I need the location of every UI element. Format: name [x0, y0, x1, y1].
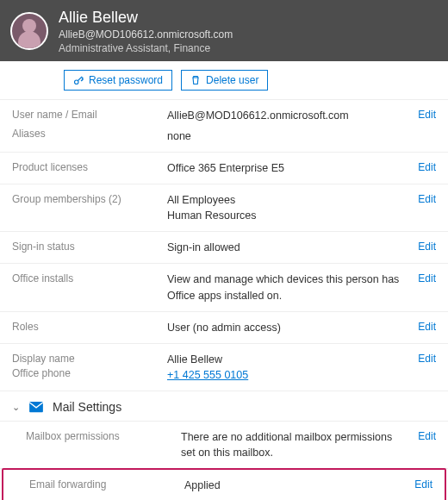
group-2: Human Resources — [167, 208, 400, 223]
svg-rect-1 — [29, 402, 43, 412]
username-email-label: User name / Email — [12, 108, 160, 122]
edit-groups[interactable]: Edit — [418, 193, 436, 205]
trash-icon — [190, 75, 201, 85]
office-phone-label: Office phone — [12, 366, 160, 381]
aliases-value: none — [167, 128, 400, 144]
header-text: Allie Bellew AllieB@MOD106612.onmicrosof… — [59, 7, 233, 56]
roles-label: Roles — [12, 320, 160, 334]
user-name: Allie Bellew — [59, 7, 233, 28]
mail-settings-title: Mail Settings — [53, 400, 121, 414]
edit-signin[interactable]: Edit — [418, 241, 436, 253]
signin-label: Sign-in status — [12, 240, 160, 254]
user-role: Administrative Assistant, Finance — [59, 41, 233, 55]
value-username: AllieB@MOD106612.onmicrosoft.com none — [167, 108, 400, 144]
mail-settings-header[interactable]: ⌄ Mail Settings — [0, 391, 448, 422]
perm-value: There are no additional mailbox permissi… — [181, 429, 400, 460]
user-email: AllieB@MOD106612.onmicrosoft.com — [59, 28, 233, 41]
avatar — [10, 12, 48, 50]
row-licenses: Product licenses Office 365 Enterprise E… — [0, 153, 448, 184]
reset-password-button[interactable]: Reset password — [64, 70, 172, 91]
edit-username[interactable]: Edit — [418, 109, 436, 121]
username-value: AllieB@MOD106612.onmicrosoft.com — [167, 108, 400, 123]
row-mailbox-permissions: Mailbox permissions There are no additio… — [0, 422, 448, 469]
key-icon — [73, 75, 84, 85]
row-signin: Sign-in status Sign-in allowed Edit — [0, 232, 448, 264]
edit-roles[interactable]: Edit — [418, 321, 436, 333]
user-header: Allie Bellew AllieB@MOD106612.onmicrosof… — [0, 0, 448, 61]
label-username: User name / Email Aliases — [12, 108, 160, 142]
roles-value: User (no admin access) — [167, 320, 400, 335]
mail-icon — [28, 401, 44, 413]
perm-label: Mailbox permissions — [26, 429, 174, 444]
installs-label: Office installs — [12, 272, 160, 286]
mail-settings-body: Mailbox permissions There are no additio… — [0, 422, 448, 500]
fwd-label: Email forwarding — [29, 478, 177, 492]
chevron-down-icon: ⌄ — [12, 402, 20, 413]
action-toolbar: Reset password Delete user — [0, 61, 448, 100]
reset-password-label: Reset password — [89, 74, 163, 86]
row-display: Display name Office phone Allie Bellew +… — [0, 344, 448, 391]
edit-installs[interactable]: Edit — [418, 272, 436, 284]
row-email-forwarding: Email forwarding Applied Edit — [2, 468, 446, 500]
row-installs: Office installs View and manage which de… — [0, 264, 448, 311]
display-labels: Display name Office phone — [12, 352, 160, 381]
edit-licenses[interactable]: Edit — [418, 161, 436, 173]
edit-perm[interactable]: Edit — [418, 430, 436, 442]
row-groups: Group memberships (2) All Employees Huma… — [0, 184, 448, 232]
row-username: User name / Email Aliases AllieB@MOD1066… — [0, 100, 448, 153]
aliases-label: Aliases — [12, 127, 160, 141]
groups-label: Group memberships (2) — [12, 192, 160, 207]
delete-user-label: Delete user — [206, 74, 258, 86]
groups-value: All Employees Human Resources — [167, 192, 400, 223]
edit-forwarding[interactable]: Edit — [414, 478, 432, 491]
display-name-label: Display name — [12, 352, 160, 366]
signin-value: Sign-in allowed — [167, 240, 400, 255]
installs-value: View and manage which devices this perso… — [167, 272, 400, 303]
display-values: Allie Bellew +1 425 555 0105 — [167, 352, 400, 383]
delete-user-button[interactable]: Delete user — [181, 70, 268, 91]
group-1: All Employees — [167, 192, 400, 208]
licenses-value: Office 365 Enterprise E5 — [167, 160, 400, 176]
user-properties: User name / Email Aliases AllieB@MOD1066… — [0, 100, 448, 391]
row-roles: Roles User (no admin access) Edit — [0, 312, 448, 344]
licenses-label: Product licenses — [12, 160, 160, 175]
fwd-value: Applied — [184, 478, 396, 493]
display-name-value: Allie Bellew — [167, 352, 400, 367]
office-phone-link[interactable]: +1 425 555 0105 — [167, 369, 248, 381]
edit-display[interactable]: Edit — [418, 353, 436, 365]
